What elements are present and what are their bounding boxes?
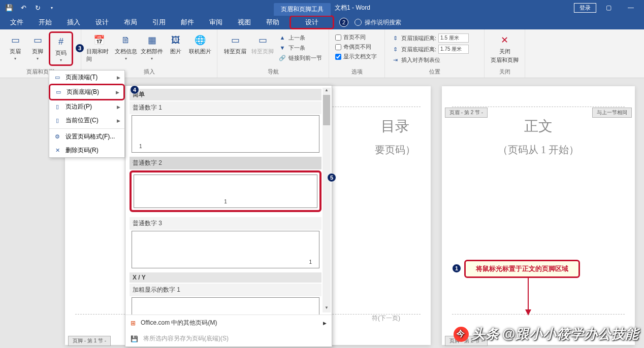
tab-mail[interactable]: 邮件	[174, 16, 201, 29]
watermark-text: @跟小小筱学办公技能	[502, 325, 639, 343]
page-2[interactable]: 页眉 - 第 2 节 - 与上一节相同 正文 （页码从 1 开始） 页脚 - 第…	[442, 86, 635, 345]
close-hf-button[interactable]: ✕关闭页眉和页脚	[489, 31, 521, 66]
page2-sub: （页码从 1 开始）	[442, 143, 635, 157]
tab-home[interactable]: 开始	[31, 16, 59, 29]
step-marker-3: 3	[75, 44, 84, 53]
header-distance-row[interactable]: ⇕页眉顶端距离:1.5 厘米	[389, 32, 471, 44]
watermark-prefix: 头条	[472, 325, 499, 343]
tab-review[interactable]: 审阅	[202, 16, 230, 29]
footer-icon: ▭	[30, 33, 45, 47]
insert-align-tab-button[interactable]: ⇥插入对齐制表位	[389, 55, 471, 65]
menu-top-of-page[interactable]: ▭页面顶端(T)▶	[49, 71, 124, 84]
menu-page-margins[interactable]: ▯页边距(P)▶	[49, 100, 124, 114]
gallery-item-label-2: 普通数字 2	[130, 157, 321, 169]
lightbulb-icon	[355, 19, 362, 26]
tab-layout[interactable]: 布局	[117, 16, 144, 29]
footer-button[interactable]: ▭页脚▾	[26, 31, 49, 63]
page-number-button[interactable]: #页码▾	[49, 31, 73, 66]
ribbon-options-icon[interactable]: ▢	[598, 1, 619, 15]
different-odd-checkbox[interactable]: 奇偶页不同	[333, 42, 379, 52]
calendar-icon: 📅	[92, 33, 106, 47]
tab-insert[interactable]: 插入	[60, 16, 87, 29]
datetime-button[interactable]: 📅日期和时间	[85, 31, 113, 65]
menu-remove-page-numbers[interactable]: ✕删除页码(R)	[49, 144, 124, 157]
header-tag-same-as-prev: 与上一节相同	[592, 108, 632, 118]
docinfo-icon: 🗎	[119, 33, 133, 47]
step-marker-4: 4	[130, 85, 139, 94]
ribbon-tab-strip: 文件 开始 插入 设计 布局 引用 邮件 审阅 视图 帮助 设计 2 操作说明搜…	[0, 15, 644, 29]
save-icon[interactable]: 💾	[3, 2, 15, 14]
up-arrow-icon: ▲	[278, 33, 286, 42]
scroll-thumb[interactable]	[323, 95, 330, 125]
quick-access-toolbar: 💾 ↶ ↻ ▾	[0, 2, 61, 14]
tab-view[interactable]: 视图	[231, 16, 258, 29]
footer-distance-input[interactable]: 1.75 厘米	[438, 45, 469, 54]
cursor-icon: ▯	[53, 117, 61, 125]
gallery-item-2[interactable]: 1	[130, 170, 321, 212]
link-previous-button[interactable]: 🔗链接到前一节	[276, 53, 324, 63]
step-marker-1: 1	[452, 264, 461, 273]
picture-icon: 🖼	[169, 33, 183, 47]
scroll-down-icon[interactable]: ▼	[323, 305, 331, 312]
page2-title: 正文	[442, 117, 635, 136]
login-button[interactable]: 登录	[574, 3, 596, 13]
tab-design[interactable]: 设计	[88, 16, 116, 29]
menu-format-page-numbers[interactable]: ⚙设置页码格式(F)...	[49, 130, 124, 144]
show-doc-text-checkbox[interactable]: 显示文档文字	[333, 52, 379, 61]
gallery-item-3[interactable]: 1	[132, 231, 319, 268]
page-top-icon: ▭	[53, 74, 61, 82]
office-icon: ⊞	[131, 320, 136, 327]
goto-header-button[interactable]: ▭转至页眉	[221, 31, 249, 57]
page-bottom-icon: ▭	[54, 88, 62, 96]
prev-section-button[interactable]: ▲上一条	[276, 32, 324, 43]
tell-me[interactable]: 操作说明搜索	[349, 18, 401, 27]
close-icon: ✕	[498, 33, 512, 47]
scroll-up-icon[interactable]: ▲	[323, 88, 331, 95]
step-marker-2: 2	[339, 18, 348, 27]
header-icon: ▭	[8, 33, 22, 47]
gallery-office-more[interactable]: ⊞Office.com 中的其他页码(M)▶	[125, 315, 332, 331]
tab-references[interactable]: 引用	[145, 16, 173, 29]
watermark: 今 头条 @跟小小筱学办公技能	[454, 325, 639, 343]
group-label-close: 关闭	[489, 67, 521, 77]
quickparts-button[interactable]: ▦文档部件▾	[139, 31, 165, 63]
ruler-icon: ⇕	[391, 45, 399, 53]
minimize-icon[interactable]: —	[621, 1, 641, 15]
picture-button[interactable]: 🖼图片	[165, 31, 187, 57]
page1-sub: 要页码）	[375, 143, 415, 157]
hash-icon: #	[54, 35, 68, 48]
goto-footer-button: ▭转至页脚	[249, 31, 276, 57]
menu-current-position[interactable]: ▯当前位置(C)▶	[49, 114, 124, 127]
tab-file[interactable]: 文件	[3, 16, 30, 29]
tab-icon: ⇥	[391, 56, 399, 64]
footer-distance-row[interactable]: ⇕页眉底端距离:1.75 厘米	[389, 44, 471, 55]
page1-title: 目录	[375, 117, 415, 136]
different-first-checkbox[interactable]: 首页不同	[333, 32, 379, 42]
page1-footer-text: 符(下一页)	[372, 314, 400, 323]
gallery-scrollbar[interactable]: ▲ ▼	[323, 88, 331, 312]
watermark-icon: 今	[454, 327, 469, 342]
tab-help[interactable]: 帮助	[259, 16, 286, 29]
redo-icon[interactable]: ↻	[31, 2, 44, 14]
online-picture-button[interactable]: 🌐联机图片	[187, 31, 213, 57]
next-section-button[interactable]: ▼下一条	[276, 43, 324, 53]
header-button[interactable]: ▭页眉▾	[4, 31, 26, 63]
header-distance-input[interactable]: 1.5 厘米	[438, 33, 469, 43]
gallery-item-label-1: 普通数字 1	[130, 101, 321, 114]
gallery-item-label-3: 普通数字 3	[130, 217, 321, 230]
goto-header-icon: ▭	[228, 33, 242, 47]
svg-marker-1	[525, 309, 531, 316]
tab-hf-design[interactable]: 设计	[289, 15, 334, 29]
qat-dropdown-icon[interactable]: ▾	[46, 2, 58, 14]
gallery-item-4[interactable]: 1 / 1	[132, 297, 319, 315]
gallery-save-selection: 💾将所选内容另存为页码(底端)(S)	[125, 331, 332, 346]
undo-icon[interactable]: ↶	[17, 2, 29, 14]
save-icon: 💾	[131, 335, 138, 342]
group-label-position: 位置	[389, 67, 480, 77]
menu-bottom-of-page[interactable]: ▭页面底端(B)▶	[49, 84, 125, 100]
gallery-category-simple: 简单	[130, 89, 321, 100]
context-tab-header-footer: 页眉和页脚工具	[274, 3, 331, 16]
down-arrow-icon: ▼	[278, 44, 286, 52]
docinfo-button[interactable]: 🗎文档信息▾	[113, 31, 139, 63]
gallery-item-1[interactable]: 1	[132, 115, 319, 153]
